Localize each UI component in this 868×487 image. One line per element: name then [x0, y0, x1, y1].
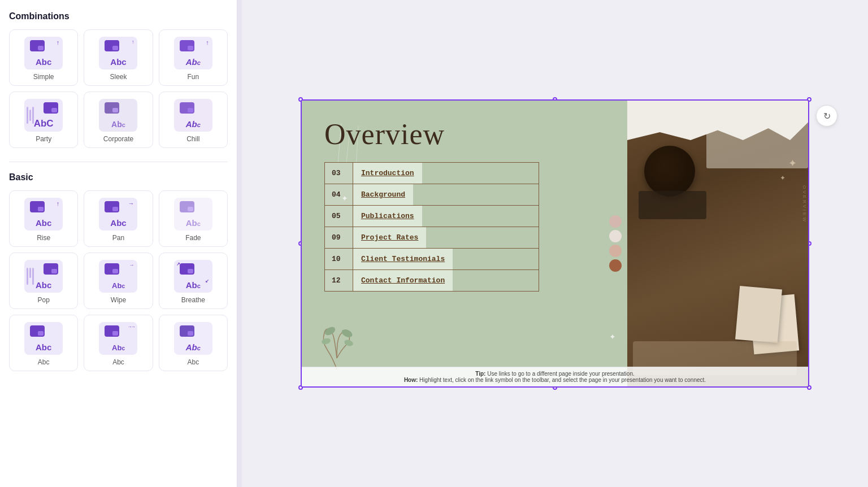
basic-extra2[interactable]: →→ Abc Abc [84, 315, 153, 371]
combo-sleek[interactable]: ↑ Abc Sleek [84, 29, 153, 86]
slide-wrapper: ↻ [301, 99, 809, 388]
toc-row-5: 10 Client Testimonials [325, 249, 539, 270]
basic-extra2-label: Abc [112, 358, 124, 366]
toc-row-1: 03 Introduction [325, 163, 539, 184]
toc-item-4: Project Rates [353, 227, 426, 248]
basic-extra1[interactable]: Abc Abc [9, 315, 78, 371]
toc-row-6: 12 Contact Information [325, 270, 539, 291]
panel-divider [237, 0, 242, 487]
combo-sleek-label: Sleek [110, 73, 127, 81]
combo-corporate[interactable]: Abc Corporate [84, 92, 153, 148]
basic-rise-label: Rise [37, 234, 50, 242]
svg-point-5 [321, 337, 331, 345]
sparkle-2: ✦ [609, 332, 616, 341]
slide-title: Overview [324, 118, 613, 151]
toc-row-2: 04 Background [325, 184, 539, 206]
toc-table: 03 Introduction 04 Background 05 Publica… [324, 162, 539, 292]
photo-area: ✦ ✦ OVERVIEW [627, 101, 808, 386]
polaroid2 [735, 286, 782, 343]
combinations-title: Combinations [9, 11, 228, 21]
toc-num-4: 09 [325, 227, 353, 248]
basic-pan-label: Pan [112, 234, 124, 242]
combo-fun[interactable]: ↑ Abc Fun [159, 29, 228, 86]
toc-item-1: Introduction [353, 163, 422, 184]
combinations-grid: ↑ Abc Simple ↑ Abc Sleek ↑ Abc Fun [9, 29, 228, 148]
basic-breathe-label: Breathe [181, 296, 205, 304]
star-deco-1: ✦ [788, 157, 797, 169]
combo-chill[interactable]: Abc Chill [159, 92, 228, 148]
basic-grid: ↑ Abc Rise → Abc Pan Abc Fade [9, 190, 228, 371]
right-panel: ↻ [242, 0, 868, 487]
svg-point-3 [323, 325, 336, 337]
combo-party[interactable]: AbC Party [9, 92, 78, 148]
toc-num-6: 12 [325, 270, 353, 291]
svg-point-4 [340, 328, 353, 338]
botanical-deco [316, 319, 358, 372]
sparkle-1: ✦ [341, 194, 348, 203]
basic-extra3[interactable]: Abc Abc [159, 315, 228, 371]
toc-num-5: 10 [325, 249, 353, 269]
star-deco-2: ✦ [780, 174, 785, 182]
basic-wipe-label: Wipe [111, 296, 126, 304]
basic-fade-label: Fade [185, 234, 201, 242]
left-panel: Combinations ↑ Abc Simple ↑ Abc Sleek ↑ [0, 0, 237, 487]
toc-num-3: 05 [325, 206, 353, 227]
vertical-text: OVERVIEW [802, 185, 807, 223]
basic-rise[interactable]: ↑ Abc Rise [9, 190, 78, 247]
basic-title: Basic [9, 172, 228, 182]
toc-item-6: Contact Information [353, 270, 453, 291]
basic-pop[interactable]: Abc Pop [9, 253, 78, 309]
combo-chill-label: Chill [186, 135, 199, 143]
combo-fun-label: Fun [187, 73, 199, 81]
combo-simple-label: Simple [33, 73, 54, 81]
slide-content: ✦ ✦ OVERVIEW [302, 101, 808, 386]
basic-extra3-label: Abc [187, 358, 199, 366]
toc-row-3: 05 Publications [325, 206, 539, 227]
combo-simple[interactable]: ↑ Abc Simple [9, 29, 78, 86]
toc-num-2: 04 [325, 184, 353, 205]
toc-item-2: Background [353, 184, 413, 205]
section-divider [9, 162, 228, 162]
how-label: How: Highlight text, click on the link s… [404, 377, 706, 383]
tip-label: Tip: Use links to go to a different page… [475, 371, 634, 377]
combo-party-label: Party [36, 135, 51, 143]
refresh-button[interactable]: ↻ [816, 105, 837, 127]
slide-border: ✦ ✦ OVERVIEW [301, 99, 809, 388]
toc-item-5: Client Testimonials [353, 249, 453, 269]
coffee-cup [644, 146, 695, 197]
basic-fade[interactable]: Abc Fade [159, 190, 228, 247]
basic-pop-label: Pop [37, 296, 49, 304]
tip-bar: Tip: Use links to go to a different page… [302, 367, 808, 386]
basic-wipe[interactable]: → Abc Wipe [84, 253, 153, 309]
combo-corporate-label: Corporate [103, 135, 133, 143]
glasses [639, 191, 706, 219]
basic-extra1-label: Abc [38, 358, 50, 366]
basic-breathe[interactable]: ↗ ↙ Abc Breathe [159, 253, 228, 309]
toc-row-4: 09 Project Rates [325, 227, 539, 249]
toc-num-1: 03 [325, 163, 353, 184]
toc-item-3: Publications [353, 206, 422, 227]
basic-pan[interactable]: → Abc Pan [84, 190, 153, 247]
